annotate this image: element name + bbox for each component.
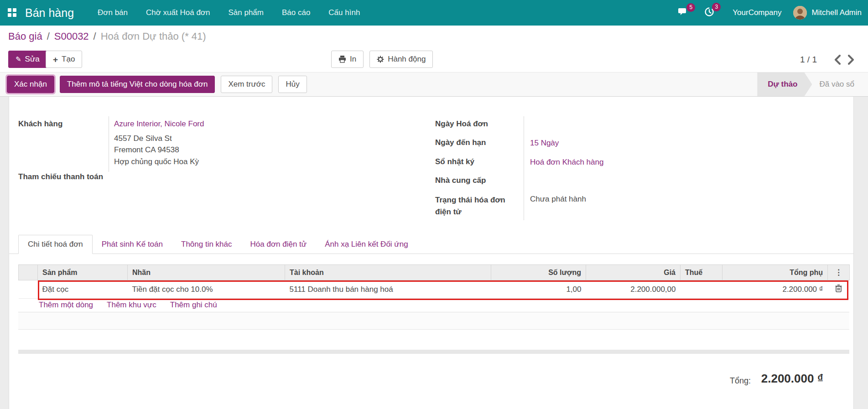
- state-posted[interactable]: Đã vào sổ: [812, 72, 863, 96]
- action-button[interactable]: Hành động: [369, 51, 433, 68]
- breadcrumb-separator: /: [94, 31, 96, 42]
- user-menu[interactable]: Mitchell Admin: [811, 8, 862, 17]
- activities-menu-button[interactable]: 3: [704, 7, 714, 19]
- cell-quantity[interactable]: 1,00: [491, 280, 586, 299]
- add-vietnamese-description-button[interactable]: Thêm mô tả tiếng Việt cho dòng hóa đơn: [60, 76, 215, 93]
- customer-link[interactable]: Azure Interior, Nicole Ford: [114, 119, 204, 129]
- left-group-separator: [109, 116, 109, 172]
- breadcrumb-current: Hoá đơn Dự thảo (* 41): [101, 31, 206, 42]
- preview-button[interactable]: Xem trước: [221, 76, 272, 93]
- menu-configuration[interactable]: Cấu hình: [319, 0, 369, 26]
- section-divider: [18, 350, 849, 354]
- vendor-label: Nhà cung cấp: [435, 176, 486, 185]
- tab-other-info[interactable]: Thông tin khác: [172, 235, 241, 254]
- print-button[interactable]: In: [331, 51, 364, 68]
- pencil-icon: ✎: [16, 55, 21, 63]
- col-quantity[interactable]: Số lượng: [491, 265, 586, 280]
- menu-orders[interactable]: Đơn bán: [88, 0, 137, 26]
- payment-reference-label: Tham chiếu thanh toán: [18, 172, 103, 181]
- row-drag-handle[interactable]: [19, 280, 38, 299]
- tab-counterpart-mapping[interactable]: Ánh xạ Liên kết Đối ứng: [316, 235, 417, 254]
- cell-subtotal[interactable]: 2.200.000 ₫: [722, 280, 828, 299]
- breadcrumb: Báo giá / S00032 / Hoá đơn Dự thảo (* 41…: [0, 26, 868, 47]
- notebook-tabs: Chi tiết hoá đơn Phát sinh Kế toán Thông…: [9, 235, 853, 254]
- status-widget: Dự thảo Đã vào sổ: [757, 72, 863, 96]
- invoice-date-label: Ngày Hoá đơn: [435, 119, 488, 129]
- activities-count-badge: 3: [712, 3, 721, 11]
- einvoice-status-label: Trạng thái hóa đơn điện tử: [435, 194, 520, 218]
- cell-price[interactable]: 2.200.000,00: [586, 280, 681, 299]
- sheet-left-margin: [0, 97, 9, 409]
- optional-columns-toggle-icon[interactable]: ⋮: [835, 268, 842, 277]
- menu-products[interactable]: Sản phẩm: [219, 0, 273, 26]
- breadcrumb-quotation-link[interactable]: Báo giá: [8, 31, 42, 42]
- plus-icon: +: [53, 55, 58, 64]
- due-date-label: Ngày đến hạn: [435, 138, 486, 147]
- app-brand-sales[interactable]: Bán hàng: [25, 6, 74, 20]
- tab-einvoice[interactable]: Hóa đơn điện tử: [241, 235, 316, 254]
- messages-menu-button[interactable]: 5: [678, 7, 689, 18]
- add-section-link[interactable]: Thêm khu vực: [107, 300, 156, 310]
- journal-label: Sổ nhật ký: [435, 157, 474, 166]
- col-subtotal[interactable]: Tổng phụ: [722, 265, 828, 280]
- drag-handle-column: [19, 265, 38, 280]
- sheet-right-scroll-area[interactable]: [853, 97, 868, 409]
- tab-invoice-lines[interactable]: Chi tiết hoá đơn: [18, 235, 93, 254]
- col-price[interactable]: Giá: [586, 265, 681, 280]
- cancel-button[interactable]: Hủy: [278, 76, 307, 93]
- table-header-row: Sản phẩm Nhãn Tài khoản Số lượng Giá Thu…: [19, 265, 850, 280]
- state-draft[interactable]: Dự thảo: [757, 72, 812, 96]
- invoice-lines-table: Sản phẩm Nhãn Tài khoản Số lượng Giá Thu…: [18, 264, 850, 299]
- cell-product[interactable]: Đặt cọc: [38, 280, 128, 299]
- cell-account[interactable]: 5111 Doanh thu bán hàng hoá: [285, 280, 491, 299]
- breadcrumb-separator: /: [47, 31, 50, 42]
- customer-address-line: 4557 De Silva St: [114, 134, 172, 143]
- due-date-value[interactable]: 15 Ngày: [530, 139, 559, 148]
- pager-next-button[interactable]: [844, 53, 858, 67]
- col-product[interactable]: Sản phẩm: [38, 265, 128, 280]
- invoice-line-row[interactable]: Đặt cọc Tiền đặt cọc cho 10.0% 5111 Doan…: [19, 280, 850, 299]
- customer-address-line: Hợp chủng quốc Hoa Kỳ: [114, 157, 199, 166]
- list-add-links: Thêm một dòng Thêm khu vực Thêm ghi chú: [18, 298, 849, 312]
- pager-previous-button[interactable]: [831, 53, 844, 67]
- breadcrumb-order-link[interactable]: S00032: [54, 31, 89, 42]
- add-note-link[interactable]: Thêm ghi chú: [170, 300, 217, 310]
- col-label[interactable]: Nhãn: [128, 265, 285, 280]
- form-statusbar: Xác nhận Thêm mô tả tiếng Việt cho dòng …: [0, 72, 868, 97]
- printer-icon: [338, 56, 346, 63]
- control-panel-buttons: ✎ Sửa + Tạo In: [0, 47, 868, 72]
- cell-tax[interactable]: [681, 280, 722, 299]
- menu-reporting[interactable]: Báo cáo: [273, 0, 319, 26]
- form-sheet: Khách hàng Azure Interior, Nicole Ford 4…: [0, 97, 868, 409]
- create-button[interactable]: + Tạo: [46, 51, 82, 68]
- gear-icon: [377, 56, 384, 63]
- col-account[interactable]: Tài khoản: [285, 265, 491, 280]
- delete-line-trash-icon[interactable]: [835, 285, 842, 292]
- total-amount: 2.200.000 ₫: [748, 372, 823, 386]
- pager-count: 1 / 1: [800, 55, 817, 65]
- empty-list-row: [18, 312, 849, 330]
- user-avatar[interactable]: [793, 6, 807, 20]
- col-tax[interactable]: Thuế: [681, 265, 722, 280]
- navbar-systray: 5 3 YourCompany Mitchell Adm: [678, 6, 868, 20]
- messages-count-badge: 5: [686, 3, 695, 12]
- einvoice-status-value: Chưa phát hành: [530, 195, 586, 204]
- right-group-separator: [524, 116, 524, 220]
- add-line-link[interactable]: Thêm một dòng: [39, 300, 93, 310]
- customer-address-line: Fremont CA 94538: [114, 145, 179, 155]
- menu-to-invoice[interactable]: Chờ xuất Hoá đơn: [137, 0, 219, 26]
- journal-value[interactable]: Hoá đơn Khách hàng: [530, 158, 603, 167]
- odoo-window: Bán hàng Đơn bán Chờ xuất Hoá đơn Sản ph…: [0, 0, 868, 409]
- cell-label[interactable]: Tiền đặt cọc cho 10.0%: [128, 280, 285, 299]
- main-menu: Đơn bán Chờ xuất Hoá đơn Sản phẩm Báo cá…: [88, 0, 369, 26]
- confirm-button[interactable]: Xác nhận: [7, 76, 54, 93]
- edit-button[interactable]: ✎ Sửa: [8, 51, 47, 68]
- record-pager: 1 / 1: [800, 53, 858, 67]
- apps-menu-icon[interactable]: [8, 8, 17, 17]
- tab-journal-items[interactable]: Phát sinh Kế toán: [93, 235, 172, 254]
- customer-label: Khách hàng: [18, 119, 62, 129]
- company-switcher[interactable]: YourCompany: [733, 8, 781, 17]
- top-navbar: Bán hàng Đơn bán Chờ xuất Hoá đơn Sản ph…: [0, 0, 868, 26]
